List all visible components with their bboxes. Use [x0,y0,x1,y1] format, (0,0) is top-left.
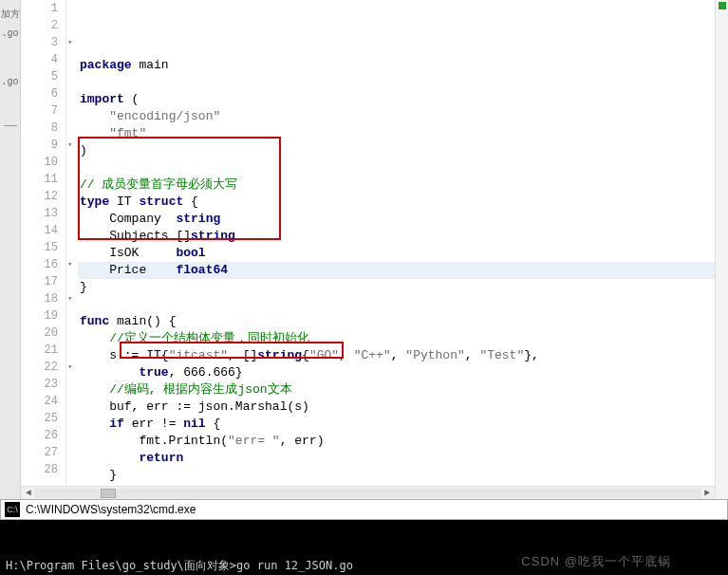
code-line[interactable]: //编码, 根据内容生成json文本 [78,381,715,399]
line-number: 17 [21,273,58,290]
code-line[interactable]: true, 666.666} [78,364,715,381]
code-line[interactable]: type IT struct { [78,194,715,211]
line-number: 24 [21,393,58,410]
line-number: 14 [21,222,58,239]
line-number: 22 [21,359,58,376]
code-line[interactable]: Company string [78,211,715,228]
line-number: 2 [21,17,58,34]
line-number: 1 [21,0,58,17]
terminal-line: H:\Program Files\go_study\面向对象>go run 12… [6,558,722,573]
code-line[interactable]: return [78,450,715,467]
terminal-output[interactable]: H:\Program Files\go_study\面向对象>go run 12… [0,520,728,575]
fold-toggle-icon[interactable]: ▾ [67,139,72,150]
terminal-title-text: C:\WINDOWS\system32\cmd.exe [26,503,196,516]
line-number: 8 [21,120,58,137]
code-line[interactable]: fmt.Println("buf= ", string(buf)) [78,484,715,486]
left-sidebar: 加方 .go .go [0,0,21,499]
line-number: 21 [21,342,58,359]
fold-toggle-icon[interactable]: ▾ [67,293,72,304]
code-line[interactable]: } [78,279,715,296]
line-number: 12 [21,188,58,205]
cmd-icon: C:\ [5,502,20,517]
terminal-titlebar[interactable]: C:\ C:\WINDOWS\system32\cmd.exe [0,499,728,520]
code-line[interactable]: } [78,467,715,484]
horizontal-scrollbar[interactable]: ◄ ► [21,486,715,499]
fold-toggle-icon[interactable]: ▾ [67,362,72,372]
code-line[interactable]: Subjects []string [78,228,715,245]
scroll-right-arrow-icon[interactable]: ► [701,488,713,499]
line-number: 9 [21,137,58,154]
code-line[interactable]: Price float64 [78,262,715,279]
line-number: 25 [21,410,58,427]
line-number: 6 [21,85,58,102]
code-line[interactable]: IsOK bool [78,245,715,262]
sidebar-item: .go [1,28,18,39]
line-number: 23 [21,376,58,393]
fold-toggle-icon[interactable]: ▾ [67,259,72,269]
line-number: 15 [21,239,58,256]
line-number: 13 [21,205,58,222]
code-line[interactable]: fmt.Println("err= ", err) [78,433,715,450]
code-line[interactable]: "encoding/json" [78,108,715,125]
code-line[interactable]: s := IT{"itcast", []string{"GO", "C++", … [78,347,715,364]
code-line[interactable]: buf, err := json.Marshal(s) [78,399,715,416]
sidebar-item: .go [1,77,18,87]
vertical-scrollbar[interactable] [715,0,728,499]
line-number: 3 [21,34,58,51]
status-marker-icon [719,2,726,9]
code-line[interactable] [78,159,715,176]
code-line[interactable]: import ( [78,91,715,108]
scroll-left-arrow-icon[interactable]: ◄ [23,488,34,499]
code-line[interactable]: package main [78,57,715,74]
code-line[interactable] [78,74,715,91]
code-line[interactable]: if err != nil { [78,416,715,433]
line-number: 20 [21,325,58,342]
line-number: 7 [21,102,58,120]
sidebar-item: 加方 [1,8,20,21]
fold-toggle-icon[interactable]: ▾ [67,37,72,47]
line-number: 11 [21,171,58,188]
line-number: 26 [21,427,58,444]
scrollbar-thumb[interactable] [101,489,116,498]
line-number: 28 [21,461,58,478]
line-number: 10 [21,154,58,171]
code-line[interactable]: "fmt" [78,125,715,142]
line-number-gutter: 1234567891011121314151617181920212223242… [21,0,66,486]
line-number: 16 [21,256,58,273]
line-number: 19 [21,307,58,325]
line-number: 27 [21,444,58,461]
fold-gutter[interactable]: ▾▾▾▾▾ [66,0,78,486]
line-number: 18 [21,290,58,307]
line-number: 4 [21,51,58,68]
code-line[interactable]: ) [78,142,715,159]
scrollbar-track[interactable] [34,489,701,498]
sidebar-divider [4,125,17,126]
code-editor[interactable]: 1234567891011121314151617181920212223242… [21,0,715,499]
code-line[interactable]: // 成员变量首字母必须大写 [78,176,715,194]
code-line[interactable]: //定义一个结构体变量，同时初始化 [78,330,715,347]
line-number: 5 [21,68,58,85]
code-content[interactable]: package main import ( "encoding/json" "f… [78,0,715,486]
code-line[interactable] [78,296,715,313]
code-line[interactable]: func main() { [78,313,715,330]
